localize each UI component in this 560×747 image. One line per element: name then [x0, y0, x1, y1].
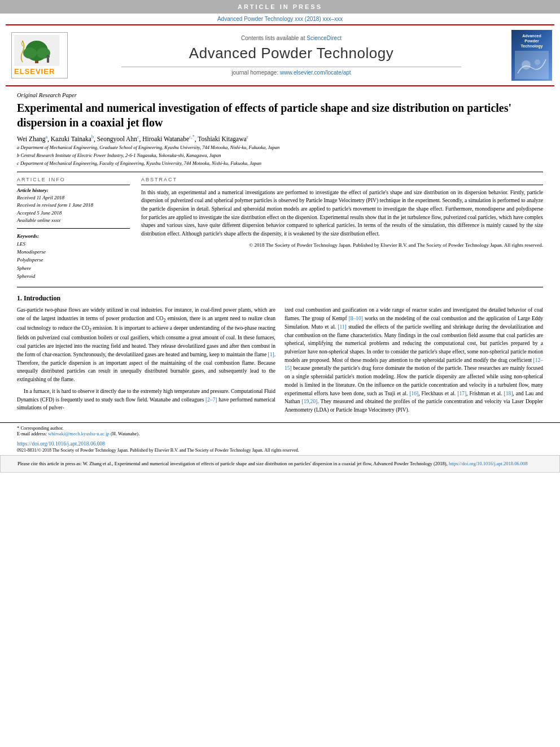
article-in-press-banner: ARTICLE IN PRESS [0, 0, 560, 14]
article-type-label: Original Research Paper [17, 92, 543, 98]
author-sup-c-star: c,* [189, 134, 195, 139]
sciencedirect-line: Contents lists available at ScienceDirec… [241, 35, 342, 41]
keywords-label: Keywords: [17, 233, 130, 239]
section-divider-2 [17, 287, 543, 287]
keyword-sphere: Sphere [17, 264, 130, 272]
ref-8-10[interactable]: [8–10] [349, 316, 363, 321]
authors-line: Wei Zhanga, Kazuki Tainakab, Seongyool A… [17, 134, 543, 142]
abstract-col: ABSTRACT In this study, an experimental … [141, 177, 543, 281]
svg-rect-6 [47, 58, 49, 63]
abstract-copyright: © 2018 The Society of Powder Technology … [141, 242, 543, 249]
affiliation-c: c Department of Mechanical Engineering, … [17, 160, 543, 167]
history-received: Received 11 April 2018 [17, 194, 130, 202]
affiliation-b: b Central Research Institute of Electric… [17, 152, 543, 159]
footer-copyright: 0921-8831/© 2018 The Society of Powder T… [0, 448, 560, 455]
history-accepted: Accepted 5 June 2018 [17, 209, 130, 217]
header-center: Contents lists available at ScienceDirec… [73, 30, 509, 81]
intro-right-col: ized coal combustion and gasification on… [285, 306, 543, 417]
ref-18[interactable]: [18] [504, 391, 513, 396]
keyword-les: LES [17, 240, 130, 248]
author-hiroaki-watanabe: Hiroaki Watanabe [142, 136, 189, 142]
thumb-title: Advanced Powder Technology [521, 33, 543, 49]
author-sup-c2: c [247, 134, 249, 139]
article-info-col: ARTICLE INFO Article history: Received 1… [17, 177, 130, 281]
intro-para-1: Gas-particle two-phase flows are widely … [17, 306, 275, 383]
thumb-image [515, 51, 549, 79]
tree-illustration [14, 35, 59, 66]
keyword-monodisperse: Monodisperse [17, 248, 130, 256]
intro-para-2: In a furnace, it is hard to observe it d… [17, 387, 275, 412]
journal-header: ELSEVIER Contents lists available at Sci… [6, 24, 554, 86]
article-history-label: Article history: [17, 187, 130, 193]
svg-rect-7 [515, 51, 549, 79]
history-revised: Received in revised form 1 June 2018 [17, 202, 130, 209]
main-content: Original Research Paper Experimental and… [0, 88, 560, 418]
section-divider-1 [17, 172, 543, 172]
author-sup-b: b [91, 134, 94, 139]
thumb-box: Advanced Powder Technology [511, 30, 552, 81]
ref-2-7[interactable]: [2–7] [205, 397, 217, 403]
journal-citation: Advanced Powder Technology xxx (2018) xx… [0, 14, 560, 23]
journal-thumbnail: Advanced Powder Technology [509, 30, 554, 81]
keyword-polydisperse: Polydisperse [17, 256, 130, 264]
introduction-title: 1. Introduction [17, 294, 543, 303]
author-sup-a: a [46, 134, 48, 139]
email-line: E-mail address: whiroaki@mech.kyushu-u.a… [17, 431, 543, 436]
intro-right-para-1: ized coal combustion and gasification on… [285, 306, 543, 414]
svg-point-5 [46, 55, 50, 58]
article-title: Experimental and numerical investigation… [17, 101, 543, 130]
ref-16[interactable]: [16] [409, 391, 418, 396]
elsevier-logo-area: ELSEVIER [6, 30, 73, 81]
keyword-spheroid: Spheroid [17, 272, 130, 280]
author-wei-zhang: Wei Zhang [17, 136, 46, 142]
affiliation-a: a Department of Mechanical Engineering, … [17, 145, 543, 151]
article-info-heading: ARTICLE INFO [17, 177, 130, 182]
svg-point-3 [23, 47, 37, 59]
elsevier-wordmark: ELSEVIER [14, 67, 65, 76]
citation-doi-link[interactable]: https://doi.org/10.1016/j.apt.2018.06.00… [449, 461, 528, 466]
homepage-url[interactable]: www.elsevier.com/locate/apt [280, 69, 351, 76]
corresponding-note: * Corresponding author. [17, 425, 543, 431]
header-divider [121, 67, 461, 67]
sciencedirect-link[interactable]: ScienceDirect [307, 35, 342, 41]
abstract-heading: ABSTRACT [141, 177, 543, 182]
footnote-area: * Corresponding author. E-mail address: … [0, 422, 560, 439]
abstract-text: In this study, an experimental and a num… [141, 189, 543, 238]
doi-link[interactable]: https://doi.org/10.1016/j.apt.2018.06.00… [0, 439, 560, 448]
intro-left-col: Gas-particle two-phase flows are widely … [17, 306, 275, 417]
article-info-abstract: ARTICLE INFO Article history: Received 1… [17, 177, 543, 281]
ref-11[interactable]: [11] [338, 324, 346, 330]
ref-12-15[interactable]: [12–15] [285, 357, 543, 372]
journal-title: Advanced Powder Technology [189, 45, 393, 62]
ref-17[interactable]: [17] [457, 391, 466, 396]
ref-1[interactable]: [1] [268, 352, 274, 357]
ref-19-20[interactable]: [19,20] [302, 399, 318, 404]
history-online: Available online xxxx [17, 217, 130, 225]
svg-point-8 [522, 60, 531, 69]
author-kazuki-tainaka: Kazuki Tainaka [51, 136, 91, 142]
homepage-line: journal homepage: www.elsevier.com/locat… [231, 69, 351, 76]
author-seongyool-ahn: Seongyool Ahn [97, 136, 137, 142]
elsevier-logo-box: ELSEVIER [11, 32, 68, 78]
author-sup-c1: c [137, 134, 139, 139]
email-link[interactable]: whiroaki@mech.kyushu-u.ac.jp [48, 431, 110, 436]
introduction-body: Gas-particle two-phase flows are widely … [17, 306, 543, 417]
svg-point-9 [535, 59, 540, 65]
citation-box: Please cite this article in press as: W.… [0, 455, 560, 473]
author-toshiaki-kitagawa: Toshiaki Kitagawa [198, 136, 246, 142]
introduction-section: 1. Introduction Gas-particle two-phase f… [17, 294, 543, 417]
